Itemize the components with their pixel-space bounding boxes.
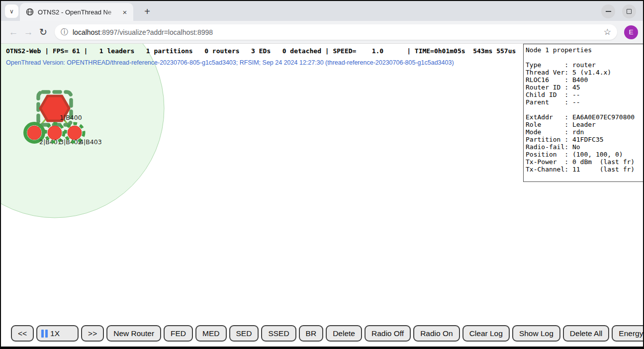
node-properties-title: Node 1 properties bbox=[526, 46, 643, 54]
new-router-button[interactable]: New Router bbox=[106, 325, 161, 342]
node-circle bbox=[27, 126, 41, 140]
new-router-button-label: New Router bbox=[113, 329, 154, 338]
fed-button[interactable]: FED bbox=[164, 325, 193, 342]
minimize-button[interactable] bbox=[601, 4, 615, 18]
browser-window: ∨ OTNS2 - OpenThread Ne × + ← → ↻ ⓘ loca… bbox=[0, 0, 644, 349]
site-info-icon[interactable]: ⓘ bbox=[61, 27, 68, 37]
clear-log-button-label: Clear Log bbox=[469, 329, 503, 338]
node-label: 4|B403 bbox=[80, 138, 102, 146]
chevron-down-icon: ∨ bbox=[9, 8, 14, 15]
node-label: 2|B401 bbox=[39, 138, 62, 146]
back-button[interactable]: ← bbox=[6, 25, 21, 40]
energy-stats-button-label: Energy-stats ↗ bbox=[619, 329, 643, 338]
radio-off-button[interactable]: Radio Off bbox=[365, 325, 411, 342]
delete-all-button-label: Delete All bbox=[570, 329, 602, 338]
speed-increase-button[interactable]: >> bbox=[81, 325, 104, 342]
url-text: localhost:8997/visualize?addr=localhost:… bbox=[73, 28, 600, 36]
speed-decrease-button-label: << bbox=[18, 329, 27, 338]
fed-button-label: FED bbox=[171, 329, 186, 338]
tab-strip: ∨ OTNS2 - OpenThread Ne × + bbox=[1, 1, 643, 21]
radio-on-button-label: Radio On bbox=[420, 329, 453, 338]
maximize-icon bbox=[627, 9, 632, 14]
url-path: :8997/visualize?addr=localhost:8998 bbox=[100, 28, 213, 36]
globe-icon bbox=[26, 8, 34, 16]
br-button[interactable]: BR bbox=[299, 325, 324, 342]
show-log-button[interactable]: Show Log bbox=[512, 325, 560, 342]
new-tab-button[interactable]: + bbox=[141, 5, 154, 18]
page-content: 1|B4002|B4013|B4024|B403 OTNS2-Web | FPS… bbox=[1, 44, 643, 347]
med-button[interactable]: MED bbox=[195, 325, 226, 342]
profile-avatar[interactable]: E bbox=[624, 25, 638, 39]
minimize-icon bbox=[606, 11, 611, 12]
tab-search-button[interactable]: ∨ bbox=[5, 4, 18, 18]
clear-log-button[interactable]: Clear Log bbox=[462, 325, 510, 342]
ssed-button-label: SSED bbox=[268, 329, 289, 338]
speed-increase-button-label: >> bbox=[88, 329, 97, 338]
sed-button[interactable]: SED bbox=[229, 325, 259, 342]
bottom-toolbar: <<1X>>New RouterFEDMEDSEDSSEDBRDeleteRad… bbox=[11, 325, 643, 342]
maximize-button[interactable] bbox=[622, 4, 636, 18]
speed-decrease-button[interactable]: << bbox=[11, 325, 34, 342]
address-bar[interactable]: ⓘ localhost:8997/visualize?addr=localhos… bbox=[55, 24, 617, 40]
show-log-button-label: Show Log bbox=[519, 329, 553, 338]
node-circle bbox=[68, 126, 82, 140]
openthread-version-line: OpenThread Version: OPENTHREAD/thread-re… bbox=[6, 59, 454, 66]
pause-icon bbox=[41, 330, 48, 338]
med-button-label: MED bbox=[202, 329, 219, 338]
reload-button[interactable]: ↻ bbox=[36, 25, 51, 40]
url-host: localhost bbox=[73, 28, 100, 36]
node-circle bbox=[48, 126, 62, 140]
delete-button-label: Delete bbox=[333, 329, 355, 338]
delete-all-button[interactable]: Delete All bbox=[563, 325, 609, 342]
speed-display-button-label: 1X bbox=[50, 329, 60, 338]
node-properties-panel: Node 1 properties Type : router Thread V… bbox=[523, 44, 643, 182]
delete-button[interactable]: Delete bbox=[326, 325, 362, 342]
ssed-button[interactable]: SSED bbox=[261, 325, 296, 342]
node-label: 1|B400 bbox=[60, 114, 82, 121]
speed-display-button[interactable]: 1X bbox=[36, 325, 79, 342]
energy-stats-button[interactable]: Energy-stats ↗ bbox=[612, 325, 643, 342]
tab-close-button[interactable]: × bbox=[120, 7, 129, 16]
br-button-label: BR bbox=[306, 329, 317, 338]
radio-on-button[interactable]: Radio On bbox=[413, 325, 460, 342]
node-properties-body: Type : router Thread Ver: 5 (v1.4.x) RLO… bbox=[526, 54, 643, 173]
forward-button[interactable]: → bbox=[21, 25, 36, 40]
nav-toolbar: ← → ↻ ⓘ localhost:8997/visualize?addr=lo… bbox=[1, 21, 643, 44]
bookmark-star-icon[interactable]: ☆ bbox=[604, 27, 611, 37]
simulation-status-bar: OTNS2-Web | FPS= 61 | 1 leaders 1 partit… bbox=[6, 47, 516, 55]
sed-button-label: SED bbox=[236, 329, 252, 338]
tab-title: OTNS2 - OpenThread Ne bbox=[38, 8, 120, 16]
browser-tab[interactable]: OTNS2 - OpenThread Ne × bbox=[20, 3, 133, 21]
radio-off-button-label: Radio Off bbox=[371, 329, 404, 338]
